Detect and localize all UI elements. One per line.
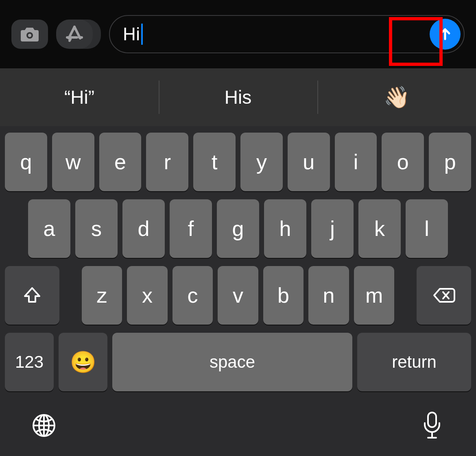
key-d[interactable]: d [122, 199, 165, 258]
key-v[interactable]: v [218, 266, 258, 325]
emoji-icon: 😀 [70, 350, 96, 375]
key-j[interactable]: j [311, 199, 354, 258]
message-input-text: Hi [123, 24, 140, 44]
key-g[interactable]: g [217, 199, 259, 258]
shift-icon [22, 286, 42, 305]
key-space[interactable]: space [112, 333, 352, 391]
key-b[interactable]: b [263, 266, 304, 325]
send-button[interactable] [430, 19, 461, 50]
key-p[interactable]: p [429, 133, 471, 191]
key-h[interactable]: h [264, 199, 306, 258]
key-q[interactable]: q [5, 133, 47, 191]
text-caret [141, 24, 143, 45]
globe-button[interactable] [24, 406, 63, 445]
key-emoji[interactable]: 😀 [59, 333, 107, 391]
key-l[interactable]: l [406, 199, 448, 258]
app-drawer-button[interactable] [56, 20, 101, 49]
message-input-bar: Hi [0, 0, 476, 68]
key-r[interactable]: r [146, 133, 188, 191]
suggestion-2[interactable]: His [159, 68, 317, 126]
key-n[interactable]: n [308, 266, 349, 325]
camera-icon [20, 26, 39, 42]
arrow-up-icon [437, 26, 453, 42]
key-m[interactable]: m [354, 266, 395, 325]
camera-button[interactable] [11, 20, 48, 49]
suggestion-label: 👋🏻 [384, 85, 410, 110]
key-x[interactable]: x [127, 266, 168, 325]
svg-rect-4 [428, 412, 436, 427]
key-e[interactable]: e [99, 133, 142, 191]
key-a[interactable]: a [28, 199, 70, 258]
suggestion-label: “Hi” [64, 86, 94, 108]
message-input[interactable]: Hi [109, 15, 465, 53]
key-w[interactable]: w [52, 133, 94, 191]
key-f[interactable]: f [170, 199, 212, 258]
keyboard-dock [0, 395, 476, 456]
dictation-button[interactable] [413, 406, 452, 445]
suggestion-3[interactable]: 👋🏻 [317, 68, 476, 126]
key-c[interactable]: c [172, 266, 213, 325]
suggestion-bar: “Hi” His 👋🏻 [0, 68, 476, 126]
globe-icon [31, 412, 57, 439]
key-y[interactable]: y [240, 133, 283, 191]
svg-point-1 [28, 34, 31, 37]
key-numbers[interactable]: 123 [5, 333, 54, 391]
microphone-icon [421, 411, 443, 440]
keyboard: q w e r t y u i o p a s d f g h j k l [0, 126, 476, 456]
key-s[interactable]: s [75, 199, 118, 258]
key-z[interactable]: z [82, 266, 122, 325]
appstore-icon [65, 24, 84, 44]
backspace-icon [432, 287, 455, 303]
key-return[interactable]: return [357, 333, 471, 391]
suggestion-1[interactable]: “Hi” [0, 68, 159, 126]
key-backspace[interactable] [417, 266, 471, 325]
key-t[interactable]: t [193, 133, 236, 191]
key-i[interactable]: i [335, 133, 377, 191]
key-shift[interactable] [5, 266, 59, 325]
key-o[interactable]: o [382, 133, 424, 191]
key-u[interactable]: u [288, 133, 330, 191]
key-k[interactable]: k [358, 199, 401, 258]
suggestion-label: His [225, 86, 251, 108]
